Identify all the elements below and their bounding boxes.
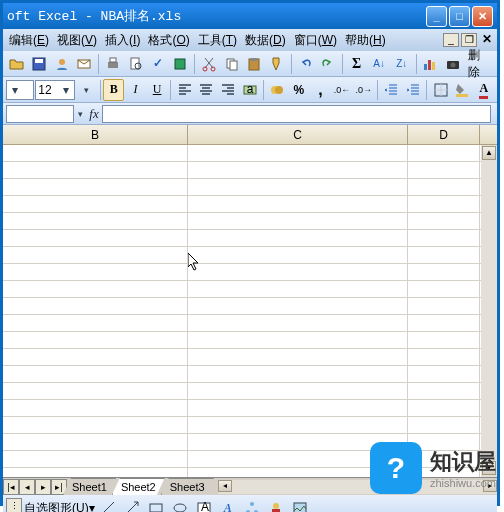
align-center-icon[interactable] [196,79,217,101]
rect-icon[interactable] [145,497,167,512]
chart-icon[interactable] [419,53,441,75]
inc-indent-icon[interactable] [403,79,424,101]
name-box[interactable] [6,105,74,123]
clipart-icon[interactable] [265,497,287,512]
menu-help[interactable]: 帮助(H) [341,30,390,51]
cell[interactable] [3,366,188,383]
fontsize-combo[interactable]: 12▾ [35,80,75,100]
undo-icon[interactable] [295,53,317,75]
sort-asc-icon[interactable]: A↓ [368,53,390,75]
scroll-left-icon[interactable]: ◂ [218,480,232,492]
fontcolor-icon[interactable]: A [473,79,494,101]
cell[interactable] [188,247,408,264]
comma-icon[interactable]: , [310,79,331,101]
mail-icon[interactable] [74,53,96,75]
cell[interactable] [3,213,188,230]
table-row[interactable] [3,213,497,230]
oval-icon[interactable] [169,497,191,512]
underline-button[interactable]: U [147,79,168,101]
formatpainter-icon[interactable] [266,53,288,75]
table-row[interactable] [3,162,497,179]
camera-icon[interactable] [442,53,464,75]
cell[interactable] [408,162,480,179]
table-row[interactable] [3,264,497,281]
cell[interactable] [408,298,480,315]
autoshape-button[interactable]: 自选图形(U)▾ [24,500,95,513]
cell[interactable] [408,145,480,162]
inc-decimal-icon[interactable]: .0← [332,79,353,101]
menu-insert[interactable]: 插入(I) [101,30,144,51]
cell[interactable] [188,281,408,298]
font-combo[interactable]: ▾ [6,80,34,100]
cell[interactable] [188,298,408,315]
italic-button[interactable]: I [125,79,146,101]
menu-format[interactable]: 格式(O) [144,30,193,51]
minimize-button[interactable]: _ [426,6,447,27]
col-header-b[interactable]: B [3,125,188,144]
draw-handle-icon[interactable]: ⋮ [6,498,22,512]
cut-icon[interactable] [198,53,220,75]
doc-restore-button[interactable]: ❐ [461,33,477,47]
cell[interactable] [408,366,480,383]
table-row[interactable] [3,230,497,247]
cell[interactable] [188,417,408,434]
save-icon[interactable] [29,53,51,75]
menu-window[interactable]: 窗口(W) [290,30,341,51]
diagram-icon[interactable] [241,497,263,512]
namebox-dd-icon[interactable]: ▾ [76,109,84,119]
cell[interactable] [408,213,480,230]
vertical-scrollbar[interactable]: ▲ ▼ [481,145,497,477]
cell[interactable] [408,400,480,417]
merge-icon[interactable]: a [239,79,260,101]
table-row[interactable] [3,315,497,332]
table-row[interactable] [3,145,497,162]
cell[interactable] [188,196,408,213]
table-row[interactable] [3,383,497,400]
cell[interactable] [188,179,408,196]
cell[interactable] [408,281,480,298]
cell[interactable] [3,349,188,366]
close-button[interactable]: ✕ [472,6,493,27]
scroll-up-icon[interactable]: ▲ [482,146,496,160]
cell[interactable] [188,264,408,281]
sheet-tab-1[interactable]: Sheet1 [63,478,116,495]
cell[interactable] [408,417,480,434]
cell[interactable] [3,264,188,281]
cell[interactable] [188,366,408,383]
cell[interactable] [3,434,188,451]
copy-icon[interactable] [221,53,243,75]
line-icon[interactable] [97,497,119,512]
tab-next-icon[interactable]: ▸ [35,479,51,495]
picture-icon[interactable] [289,497,311,512]
cell[interactable] [3,400,188,417]
arrow-icon[interactable] [121,497,143,512]
doc-min-button[interactable]: _ [443,33,459,47]
menu-tools[interactable]: 工具(T) [194,30,241,51]
cell[interactable] [3,383,188,400]
table-row[interactable] [3,417,497,434]
textbox-icon[interactable]: A [193,497,215,512]
permissions-icon[interactable] [51,53,73,75]
spellcheck-icon[interactable]: ✓ [147,53,169,75]
cell[interactable] [3,468,188,477]
cell[interactable] [3,145,188,162]
sheet-tab-3[interactable]: Sheet3 [161,478,214,495]
table-row[interactable] [3,400,497,417]
research-icon[interactable] [170,53,192,75]
sheet-tab-2[interactable]: Sheet2 [112,478,165,495]
bold-button[interactable]: B [103,79,124,101]
percent-icon[interactable]: % [288,79,309,101]
tab-first-icon[interactable]: |◂ [3,479,19,495]
sort-desc-icon[interactable]: Z↓ [391,53,413,75]
zoom-dd-icon[interactable]: ▾ [76,79,97,101]
cell[interactable] [3,332,188,349]
table-row[interactable] [3,281,497,298]
cell[interactable] [3,298,188,315]
delete-button[interactable]: 删除 [465,47,494,81]
align-left-icon[interactable] [174,79,195,101]
menu-edit[interactable]: 编辑(E) [5,30,53,51]
dec-decimal-icon[interactable]: .0→ [353,79,374,101]
table-row[interactable] [3,179,497,196]
cell[interactable] [408,247,480,264]
print-icon[interactable] [102,53,124,75]
